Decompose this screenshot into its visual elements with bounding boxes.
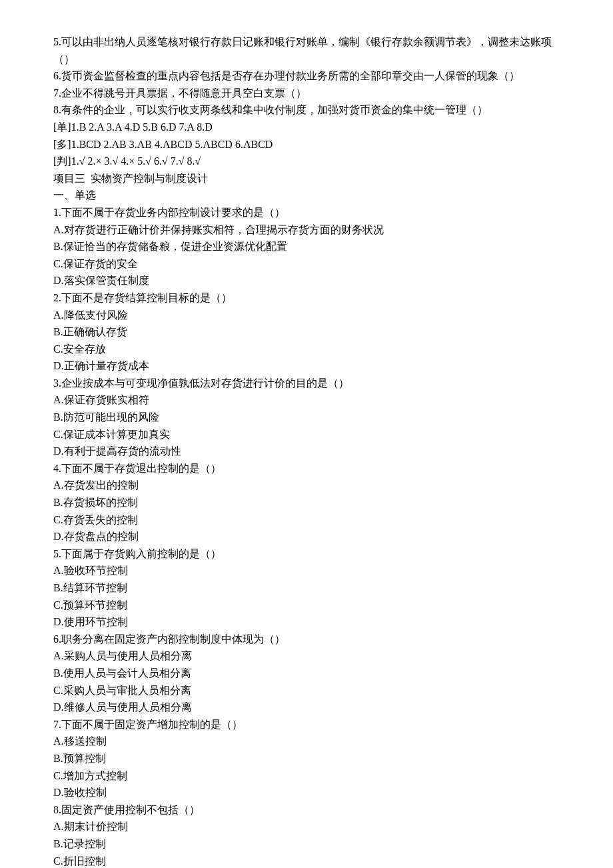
option-line: B.使用人员与会计人员相分离 xyxy=(53,665,560,682)
question-line: 7.企业不得跳号开具票据，不得随意开具空白支票（） xyxy=(53,85,560,102)
section-subtitle: 一、单选 xyxy=(53,187,560,204)
option-line: D.验收控制 xyxy=(53,784,560,801)
option-line: C.保证成本计算更加真实 xyxy=(53,426,560,443)
answer-key-line: [多]1.BCD 2.AB 3.AB 4.ABCD 5.ABCD 6.ABCD xyxy=(53,136,560,153)
question-line: 1.下面不属于存货业务内部控制设计要求的是（） xyxy=(53,204,560,221)
answer-key-line: [判]1.√ 2.× 3.√ 4.× 5.√ 6.√ 7.√ 8.√ xyxy=(53,153,560,170)
option-line: A.对存货进行正确计价并保持账实相符，合理揭示存货方面的财务状况 xyxy=(53,221,560,239)
question-line: 8.有条件的企业，可以实行收支两条线和集中收付制度，加强对货币资金的集中统一管理… xyxy=(53,101,560,119)
option-line: D.存货盘点的控制 xyxy=(53,528,560,545)
section-title: 项目三 实物资产控制与制度设计 xyxy=(53,170,560,187)
option-line: C.存货丢失的控制 xyxy=(53,511,560,529)
option-line: B.保证恰当的存货储备粮，促进企业资源优化配置 xyxy=(53,238,560,255)
question-line: 3.企业按成本与可变现净值孰低法对存货进行计价的目的是（） xyxy=(53,375,560,392)
option-line: A.降低支付风险 xyxy=(53,307,560,324)
option-line: D.落实保管责任制度 xyxy=(53,272,560,289)
option-line: C.安全存放 xyxy=(53,341,560,358)
option-line: A.采购人员与使用人员相分离 xyxy=(53,647,560,665)
option-line: A.存货发出的控制 xyxy=(53,477,560,494)
question-line: 2.下面不是存货结算控制目标的是（） xyxy=(53,289,560,307)
option-line: B.存货损坏的控制 xyxy=(53,494,560,511)
option-line: B.结算环节控制 xyxy=(53,579,560,597)
option-line: C.增加方式控制 xyxy=(53,767,560,785)
question-line: 7.下面不属于固定资产增加控制的是（） xyxy=(53,716,560,733)
question-line: 8.固定资产使用控制不包括（） xyxy=(53,801,560,819)
option-line: D.使用环节控制 xyxy=(53,613,560,631)
option-line: D.维修人员与使用人员相分离 xyxy=(53,699,560,716)
option-line: D.正确计量存货成本 xyxy=(53,357,560,375)
question-line: 4.下面不属于存货退出控制的是（） xyxy=(53,460,560,477)
option-line: B.正确确认存货 xyxy=(53,323,560,341)
option-line: A.保证存货账实相符 xyxy=(53,391,560,409)
question-line: 6.职务分离在固定资产内部控制制度中体现为（） xyxy=(53,631,560,648)
option-line: B.预算控制 xyxy=(53,750,560,767)
question-line: 5.下面属于存货购入前控制的是（） xyxy=(53,545,560,563)
question-line: 6.货币资金监督检查的重点内容包括是否存在办理付款业务所需的全部印章交由一人保管… xyxy=(53,67,560,85)
option-line: C.折旧控制 xyxy=(53,853,560,869)
option-line: C.保证存货的安全 xyxy=(53,255,560,273)
option-line: A.验收环节控制 xyxy=(53,562,560,579)
option-line: C.预算环节控制 xyxy=(53,597,560,614)
option-line: C.采购人员与审批人员相分离 xyxy=(53,682,560,699)
option-line: B.防范可能出现的风险 xyxy=(53,409,560,426)
option-line: B.记录控制 xyxy=(53,835,560,853)
answer-key-line: [单]1.B 2.A 3.A 4.D 5.B 6.D 7.A 8.D xyxy=(53,119,560,136)
option-line: A.期末计价控制 xyxy=(53,818,560,835)
question-line: 5.可以由非出纳人员逐笔核对银行存款日记账和银行对账单，编制《银行存款余额调节表… xyxy=(53,33,560,67)
option-line: D.有利于提高存货的流动性 xyxy=(53,443,560,460)
option-line: A.移送控制 xyxy=(53,733,560,750)
